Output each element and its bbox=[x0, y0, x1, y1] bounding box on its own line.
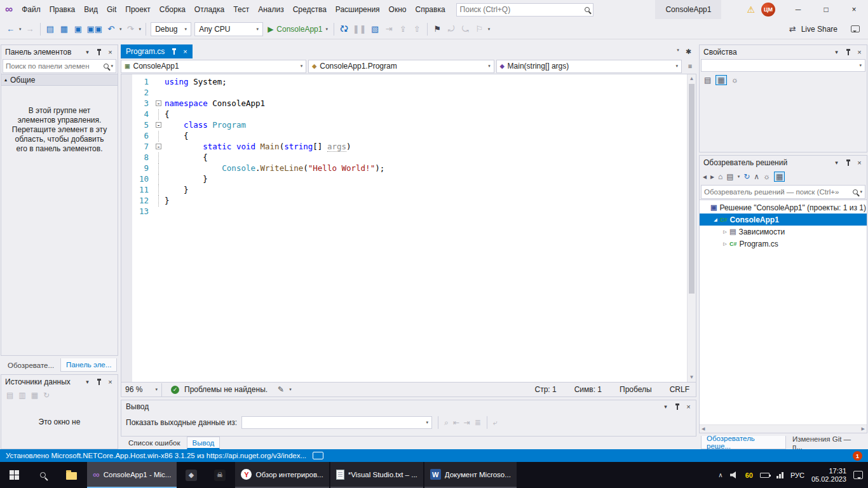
tab-solution-explorer[interactable]: Обозреватель реше... bbox=[701, 436, 786, 449]
alphabetical-icon[interactable]: ▦ bbox=[715, 75, 726, 85]
fold-collapse-icon[interactable]: - bbox=[156, 100, 161, 106]
bookmark-icon[interactable]: ⚑ bbox=[432, 23, 443, 36]
menu-item[interactable]: Правка bbox=[45, 0, 80, 19]
menu-item[interactable]: Отладка bbox=[190, 0, 229, 19]
taskbar-app-game-icon[interactable]: ☠ bbox=[205, 462, 234, 488]
back-icon[interactable]: ◂ bbox=[703, 172, 707, 181]
navigate-back-icon[interactable]: ← bbox=[5, 23, 16, 36]
navigate-back-caret-icon[interactable]: ▾ bbox=[19, 27, 22, 32]
toolbox-header[interactable]: Панель элементов ▾ × bbox=[1, 45, 118, 58]
properties-header[interactable]: Свойства ▾ × bbox=[700, 45, 867, 58]
code-editor[interactable]: 1using System;23-namespace ConsoleApp14{… bbox=[121, 74, 696, 383]
edit-data-source-icon[interactable]: ▥ bbox=[18, 391, 25, 400]
type-dropdown[interactable]: ◆ ConsoleApp1.Program ▾ bbox=[308, 60, 494, 73]
collapsed-arrow-icon[interactable]: ▷ bbox=[721, 229, 729, 234]
show-hidden-icons-chevron[interactable]: ∧ bbox=[718, 471, 722, 478]
tab-list-chevron-icon[interactable]: ▾ bbox=[677, 48, 679, 56]
step-into-icon[interactable]: ⇥ bbox=[384, 23, 395, 36]
network-icon[interactable] bbox=[776, 472, 783, 478]
property-pages-icon[interactable]: ☼ bbox=[731, 76, 738, 85]
step-out-icon[interactable]: ⇧ bbox=[412, 23, 423, 36]
pin-icon[interactable] bbox=[94, 379, 104, 385]
tray-indicator-60[interactable]: 60 bbox=[745, 471, 753, 479]
quick-search[interactable] bbox=[456, 3, 593, 17]
refresh-data-source-icon[interactable]: ↻ bbox=[43, 391, 50, 400]
pencil-icon[interactable]: ✎ bbox=[278, 385, 284, 394]
code-line[interactable]: 3-namespace ConsoleApp1 bbox=[132, 98, 696, 109]
scroll-right-icon[interactable]: ▶ bbox=[862, 426, 865, 431]
code-line[interactable]: 6 { bbox=[132, 131, 696, 142]
fold-collapse-icon[interactable]: - bbox=[156, 144, 161, 149]
feedback-icon[interactable] bbox=[850, 23, 860, 36]
menu-item[interactable]: Проект bbox=[121, 0, 155, 19]
chevron-down-icon[interactable]: ▾ bbox=[832, 49, 841, 55]
taskbar-clock[interactable]: 17:31 05.02.2023 bbox=[811, 467, 846, 484]
break-all-icon[interactable]: ❚❚ bbox=[353, 23, 367, 36]
expanded-arrow-icon[interactable]: ◢ bbox=[712, 217, 719, 222]
toolbox-search[interactable]: ▾ bbox=[3, 59, 116, 73]
tab-error-list[interactable]: Список ошибок bbox=[123, 437, 186, 449]
eol-indicator[interactable]: CRLF bbox=[670, 385, 689, 394]
warning-icon[interactable]: ⚠ bbox=[747, 4, 755, 15]
tab-output[interactable]: Вывод bbox=[187, 437, 220, 449]
undo-caret-icon[interactable]: ▾ bbox=[119, 27, 122, 32]
tree-item[interactable]: ▷C#Program.cs bbox=[700, 238, 867, 250]
toolbox-category-general[interactable]: ▴ Общие bbox=[1, 74, 118, 86]
split-editor-icon[interactable]: ≡ bbox=[684, 62, 696, 70]
close-icon[interactable]: × bbox=[105, 378, 115, 386]
undo-icon[interactable]: ↶ bbox=[105, 23, 116, 36]
step-over-icon[interactable]: ⇪ bbox=[398, 23, 409, 36]
editor-options-gear-icon[interactable]: ✱ bbox=[686, 48, 691, 56]
battery-icon[interactable] bbox=[760, 473, 770, 478]
tree-item[interactable]: ▣Решение "ConsoleApp1" (проекты: 1 из 1) bbox=[700, 201, 867, 214]
goto-previous-message-icon[interactable]: ⇤ bbox=[453, 418, 459, 427]
redo-icon[interactable]: ↷ bbox=[125, 23, 136, 36]
volume-icon[interactable] bbox=[730, 471, 738, 478]
keyboard-icon[interactable] bbox=[313, 452, 323, 459]
menu-item[interactable]: Средства bbox=[288, 0, 331, 19]
menu-item[interactable]: Окно bbox=[384, 0, 411, 19]
chevron-down-icon[interactable]: ▾ bbox=[83, 49, 92, 55]
save-icon[interactable]: ▣ bbox=[73, 23, 84, 36]
project-dropdown[interactable]: ▣ ConsoleApp1 ▾ bbox=[121, 60, 306, 73]
menu-item[interactable]: Сборка bbox=[155, 0, 190, 19]
redo-caret-icon[interactable]: ▾ bbox=[139, 27, 142, 32]
find-in-files-icon[interactable]: ▧ bbox=[370, 23, 381, 36]
show-all-files-icon[interactable]: ▦ bbox=[774, 172, 785, 182]
chevron-down-icon[interactable]: ▾ bbox=[83, 379, 92, 385]
menu-item[interactable]: Расширения bbox=[331, 0, 384, 19]
goto-next-message-icon[interactable]: ⇥ bbox=[464, 418, 470, 427]
chevron-down-icon[interactable]: ▾ bbox=[289, 387, 292, 392]
code-line[interactable]: 13 bbox=[132, 207, 696, 217]
platform-dropdown[interactable]: Any CPU▾ bbox=[194, 22, 263, 36]
taskbar-app-notepad[interactable]: *Visual Studio.txt – ... bbox=[330, 462, 423, 488]
menu-item[interactable]: Файл bbox=[17, 0, 45, 19]
switch-views-icon[interactable]: ▤ bbox=[726, 172, 733, 181]
menu-item[interactable]: Тест bbox=[229, 0, 254, 19]
code-line[interactable]: 7- static void Main(string[] args) bbox=[132, 142, 696, 152]
tree-item[interactable]: ◢C#ConsoleApp1 bbox=[700, 214, 867, 226]
solution-search[interactable]: ▾ bbox=[701, 185, 865, 199]
add-data-source-icon[interactable]: ▤ bbox=[6, 391, 13, 400]
pin-icon[interactable] bbox=[94, 49, 104, 55]
close-icon[interactable]: × bbox=[855, 48, 864, 56]
categorized-icon[interactable]: ▤ bbox=[704, 76, 711, 85]
word-wrap-icon[interactable]: ⤶ bbox=[493, 418, 498, 427]
pin-icon[interactable] bbox=[843, 49, 853, 55]
action-center-icon[interactable] bbox=[853, 471, 863, 479]
menu-item[interactable]: Справка bbox=[411, 0, 450, 19]
taskbar-app-visual-studio[interactable]: ∞ ConsoleApp1 - Mic... bbox=[87, 462, 177, 488]
toolbox-search-input[interactable] bbox=[6, 62, 102, 70]
code-line[interactable]: 8 { bbox=[132, 152, 696, 163]
code-line[interactable]: 4{ bbox=[132, 109, 696, 120]
chevron-down-icon[interactable]: ▾ bbox=[832, 159, 841, 166]
pin-icon[interactable] bbox=[169, 48, 179, 55]
pin-icon[interactable] bbox=[672, 403, 682, 410]
start-debugging-button[interactable]: ▶ ConsoleApp1 ▾ bbox=[266, 25, 329, 34]
code-line[interactable]: 9 Console.WriteLine("Hello World!"); bbox=[132, 163, 696, 174]
taskbar-app-word[interactable]: W Документ Microso... bbox=[424, 462, 517, 488]
maximize-button[interactable]: □ bbox=[812, 0, 840, 19]
hot-reload-icon[interactable]: 🗘 bbox=[339, 23, 349, 36]
chevron-down-icon[interactable]: ▾ bbox=[661, 403, 670, 410]
taskbar-app-browser[interactable]: Y Обзор интегриров... bbox=[235, 462, 329, 488]
